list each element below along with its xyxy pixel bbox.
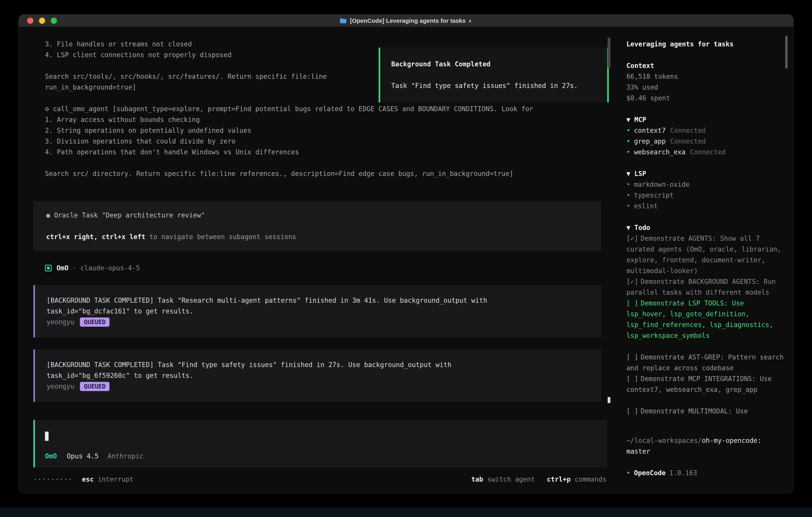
window-title-area: [OpenCode] Leveraging agents for tasks ◐ <box>340 18 472 24</box>
mcp-status: Connected <box>690 148 726 156</box>
minimize-button[interactable] <box>39 18 45 24</box>
close-button[interactable] <box>27 18 33 24</box>
mcp-heading-label: MCP <box>634 116 646 124</box>
spinner-dots: ········· <box>33 475 73 483</box>
todo-checkbox: [ ] <box>627 299 638 307</box>
lsp-item: •markdown-oxide <box>627 179 784 190</box>
todo-item: [✓]Demonstrate BACKGROUND AGENTS: Run pa… <box>627 276 784 298</box>
mcp-status: Connected <box>670 127 706 134</box>
bullet-icon: • <box>627 137 630 145</box>
chevron-down-icon: ▼ <box>627 170 634 178</box>
blank-line <box>627 104 784 114</box>
agent-header: OmO · claude-opus-4-5 <box>45 263 601 273</box>
todo-text: Demonstrate AGENTS: Show all 7 curated a… <box>627 235 785 275</box>
tool-call-item: 4. Path operations that don't handle Win… <box>45 147 601 158</box>
main-scrollbar-marker[interactable] <box>608 397 610 403</box>
lsp-name: eslint <box>634 202 658 210</box>
separator-dot: · <box>68 263 81 273</box>
sidebar-scrollbar-thumb[interactable] <box>785 35 788 69</box>
mcp-status: Connected <box>670 137 706 145</box>
message-meta: yeongyu QUEUED <box>47 317 589 327</box>
hint-keys: ctrl+x right, ctrl+x left <box>46 233 145 241</box>
agent-checkbox-icon <box>45 265 52 272</box>
todo-checkbox: [ ] <box>627 375 638 383</box>
mcp-name: grep_app <box>634 137 666 145</box>
keyboard-hints: tab switch agent ctrl+p commands <box>471 475 606 483</box>
blank-line <box>627 457 784 468</box>
path-name: oh-my-opencode: <box>702 437 761 444</box>
status-bar: ········· esc interrupt tab switch agent… <box>19 467 610 492</box>
prompt-input[interactable]: OmO Opus 4.5 Anthropic <box>33 420 607 467</box>
todo-text: Demonstrate MCP INTEGRATIONS: Use contex… <box>627 375 776 393</box>
app-version: 1.0.163 <box>669 469 697 477</box>
message-text: [BACKGROUND TASK COMPLETED] Task "Find t… <box>47 359 589 370</box>
todo-checkbox: [✓] <box>627 278 638 285</box>
tool-call-item: 2. String operations on potentially unde… <box>45 125 601 136</box>
titlebar: [OpenCode] Leveraging agents for tasks ◐ <box>19 15 793 27</box>
bullet-icon: • <box>627 202 630 210</box>
terminal-window: [OpenCode] Leveraging agents for tasks ◐… <box>19 15 793 493</box>
chevron-down-icon: ▼ <box>627 116 634 124</box>
navigation-hint: ctrl+x right, ctrl+x left to navigate be… <box>46 232 588 242</box>
message-text: task_id="bg_dcfac161" to get results. <box>47 306 589 317</box>
queued-badge: QUEUED <box>80 382 110 391</box>
main-scrollbar-thumb[interactable] <box>608 37 610 67</box>
todo-text: Demonstrate BACKGROUND AGENTS: Run paral… <box>627 278 780 296</box>
text-cursor <box>45 432 49 441</box>
hint-label: to navigate between subagent sessions <box>145 233 296 241</box>
tool-call-header: ⚙ call_omo_agent [subagent_type=explore,… <box>45 104 601 114</box>
oracle-title: Oracle Task "Deep architecture review" <box>50 211 205 219</box>
lsp-heading: ▼ LSP <box>627 168 784 179</box>
message-card: [BACKGROUND TASK COMPLETED] Task "Resear… <box>33 285 601 337</box>
todo-item: [✓]Demonstrate AGENTS: Show all 7 curate… <box>627 233 784 276</box>
bullet-icon: • <box>627 148 630 156</box>
window-title: [OpenCode] Leveraging agents for tasks <box>350 18 466 24</box>
chevron-down-icon: ▼ <box>627 224 634 232</box>
input-model-name: Opus 4.5 <box>67 452 99 460</box>
bullet-icon: • <box>627 127 630 134</box>
blank-line <box>46 221 588 232</box>
desktop: [OpenCode] Leveraging agents for tasks ◐… <box>0 0 812 517</box>
todo-checkbox: [✓] <box>627 235 638 242</box>
input-agent-name: OmO <box>45 452 57 460</box>
tool-call-text <box>49 105 53 113</box>
gear-icon: ⚙ <box>45 105 49 113</box>
blank-line <box>627 212 784 222</box>
bullet-icon: • <box>627 469 630 477</box>
agent-name: OmO <box>57 263 68 273</box>
blank-line <box>627 158 784 168</box>
tool-call-item: 1. Array access without bounds checking <box>45 114 601 125</box>
toast-body: Task "Find type safety issues" finished … <box>391 80 596 91</box>
commands-label: commands <box>571 475 606 483</box>
input-line[interactable] <box>45 431 597 442</box>
tool-call-item: 3. Division operations that could divide… <box>45 136 601 147</box>
context-heading: Context <box>627 60 784 71</box>
message-author: yeongyu <box>47 317 74 327</box>
message-card: [BACKGROUND TASK COMPLETED] Task "Find t… <box>33 350 601 402</box>
todo-item: [ ]Demonstrate AST-GREP: Pattern search … <box>627 352 784 374</box>
chat-transcript: 3. File handles or streams not closed 4.… <box>19 27 610 410</box>
folder-icon <box>340 18 347 24</box>
message-text: task_id="bg_6f59260c" to get results. <box>47 370 589 381</box>
input-model-row: OmO Opus 4.5 Anthropic <box>45 451 597 461</box>
bullet-icon: • <box>627 191 630 199</box>
app-name: OpenCode <box>634 469 666 477</box>
message-meta: yeongyu QUEUED <box>47 381 589 392</box>
lsp-name: markdown-oxide <box>634 181 690 188</box>
switch-agent-label: switch agent <box>483 475 535 483</box>
lsp-heading-label: LSP <box>634 170 646 178</box>
branch-name: master <box>627 446 784 457</box>
todo-heading-label: Todo <box>634 224 650 232</box>
sidebar: Leveraging agents for tasks Context 66,5… <box>610 27 793 492</box>
todo-heading: ▼ Todo <box>627 222 784 233</box>
zoom-button[interactable] <box>51 18 57 24</box>
mcp-name: context7 <box>634 127 666 134</box>
blank-line <box>45 158 601 168</box>
sidebar-footer: ~/local-workspaces/oh-my-opencode: maste… <box>627 435 784 479</box>
tool-call-text: call_omo_agent [subagent_type=explore, p… <box>53 105 533 113</box>
todo-item: [ ]Demonstrate LSP TOOLS: Use lsp_hover,… <box>627 298 784 341</box>
background-task-toast[interactable]: Background Task Completed Task "Find typ… <box>379 48 609 102</box>
context-used: 33% used <box>627 82 784 93</box>
todo-checkbox: [ ] <box>627 407 638 415</box>
opencode-version: •OpenCode1.0.163 <box>627 468 784 479</box>
